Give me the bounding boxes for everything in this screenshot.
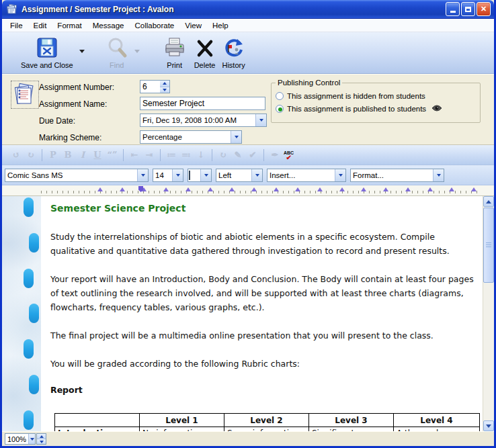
quote-icon[interactable]: “” <box>105 148 120 163</box>
save-floppy-icon <box>36 36 58 60</box>
assignment-name-label: Assignment Name: <box>39 99 107 109</box>
delete-button[interactable]: Delete <box>194 36 216 69</box>
menu-collaborate[interactable]: Collaborate <box>129 20 179 31</box>
insert-arrow[interactable] <box>335 169 345 181</box>
underline-icon[interactable]: U <box>90 148 105 163</box>
header-empty <box>55 414 140 427</box>
font-family-value: Comic Sans MS <box>5 171 137 179</box>
font-color-arrow[interactable] <box>200 169 211 181</box>
assignment-number-stepper[interactable] <box>140 80 170 93</box>
find-label: Find <box>110 61 124 69</box>
scroll-down-button[interactable] <box>483 420 494 431</box>
insert-dropdown[interactable]: Insert... <box>267 169 346 182</box>
font-size-dropdown[interactable]: 14 <box>153 169 183 182</box>
number-down-arrow[interactable] <box>160 87 169 93</box>
align-dropdown[interactable]: Left <box>216 169 263 182</box>
menu-view[interactable]: View <box>179 20 207 31</box>
editor-content[interactable]: Semester Science Project Study the inter… <box>41 196 483 431</box>
format-dropdown[interactable]: Format... <box>350 169 444 182</box>
menu-file[interactable]: File <box>5 20 28 31</box>
menu-format[interactable]: Format <box>52 20 87 31</box>
radio-hidden-option[interactable]: This assignment is hidden from students <box>276 89 476 102</box>
font-size-arrow[interactable] <box>172 169 183 181</box>
assignment-notes-icon <box>11 81 39 109</box>
format-value: Format... <box>351 171 433 179</box>
font-family-arrow[interactable] <box>137 169 148 181</box>
history-button[interactable]: History <box>222 36 245 69</box>
save-and-close-button[interactable]: Save and Close <box>21 36 73 69</box>
due-date-arrow[interactable] <box>255 114 266 126</box>
due-date-value: Fri, Dec 19, 2008 10:00 AM <box>140 116 255 124</box>
bold-icon[interactable]: B <box>60 148 75 163</box>
find-button[interactable]: Find <box>106 36 128 69</box>
save-dropdown-arrow[interactable] <box>77 39 87 63</box>
assignment-name-input[interactable] <box>140 97 265 110</box>
spellcheck-icon[interactable]: ABC ✔ <box>284 150 294 160</box>
radio-hidden[interactable] <box>276 92 284 100</box>
marking-scheme-dropdown[interactable]: Percentage <box>140 130 242 144</box>
font-toolbar: Comic Sans MS 14 Left Insert... Format..… <box>2 165 494 185</box>
print-label: Print <box>167 61 182 69</box>
document-title: Semester Science Project <box>50 203 477 214</box>
menu-message[interactable]: Message <box>87 20 130 31</box>
header-level-3: Level 3 <box>309 414 394 427</box>
zoom-down-arrow[interactable] <box>37 439 46 444</box>
zoom-dropdown[interactable]: 100% <box>5 433 36 445</box>
marking-scheme-arrow[interactable] <box>231 131 241 143</box>
print-button[interactable]: Print <box>163 36 186 69</box>
publishing-control-group: Publishing Control This assignment is hi… <box>271 79 481 123</box>
cell-level-2: Some information given as to what to exp… <box>224 427 309 432</box>
scrollbar-thumb[interactable] <box>483 208 494 283</box>
number-up-arrow[interactable] <box>160 81 169 87</box>
tab-stop-markers <box>97 187 477 191</box>
report-heading: Report <box>50 385 477 395</box>
font-color-dropdown[interactable] <box>188 169 212 182</box>
redo-icon[interactable]: ↻ <box>24 148 38 163</box>
vertical-scrollbar[interactable] <box>483 196 494 431</box>
table-row: Introduction No information given as to … <box>55 427 480 432</box>
radio-hidden-label: This assignment is hidden from students <box>287 92 425 100</box>
maximize-button[interactable] <box>461 2 475 16</box>
close-button[interactable]: ✕ <box>477 2 491 16</box>
menu-edit[interactable]: Edit <box>28 20 52 31</box>
numbered-list-icon[interactable]: ≕ <box>179 148 194 163</box>
formatting-toolbar: ↺ ↻ P B I U “” ⇤ ⇥ ≔ ≕ ↓ ↻ ✎ ✔ ✒ ABC ✔ <box>2 145 494 165</box>
paragraph: The final project will be a multimedia o… <box>50 328 477 343</box>
outdent-icon[interactable]: ⇤ <box>127 148 142 163</box>
font-size-value: 14 <box>153 171 172 179</box>
format-arrow[interactable] <box>433 169 444 181</box>
assignment-number-input[interactable] <box>140 80 160 93</box>
pencil-icon[interactable]: ✎ <box>231 148 245 163</box>
radio-published[interactable] <box>276 105 284 113</box>
zoom-arrow[interactable] <box>28 434 35 444</box>
main-toolbar: Save and Close Find <box>2 32 494 74</box>
printer-icon <box>163 36 186 60</box>
title-bar: Assignment / Semester Project : Avalon ✕ <box>2 0 494 19</box>
font-family-dropdown[interactable]: Comic Sans MS <box>5 169 149 182</box>
accept-changes-icon[interactable]: ✔ <box>245 148 260 163</box>
italic-icon[interactable]: I <box>75 148 90 163</box>
paragraph-icon[interactable]: P <box>46 148 60 163</box>
radio-published-label: This assignment is published to students <box>287 105 426 113</box>
find-dropdown-arrow <box>132 39 142 63</box>
minimize-button[interactable] <box>446 2 460 16</box>
refresh-icon[interactable]: ↻ <box>216 148 231 163</box>
bullet-list-icon[interactable]: ≔ <box>164 148 179 163</box>
publishing-control-legend: Publishing Control <box>276 79 342 87</box>
scrollbar-track[interactable] <box>483 283 494 420</box>
zoom-up-arrow[interactable] <box>37 434 46 439</box>
undo-icon[interactable]: ↺ <box>9 148 24 163</box>
app-window: Assignment / Semester Project : Avalon ✕… <box>0 0 496 448</box>
table-header-row: Level 1 Level 2 Level 3 Level 4 <box>55 414 480 427</box>
menu-help[interactable]: Help <box>207 20 234 31</box>
zoom-stepper[interactable] <box>36 433 46 445</box>
cell-level-4: A thorough introduction shows that the w… <box>394 427 480 432</box>
due-date-dropdown[interactable]: Fri, Dec 19, 2008 10:00 AM <box>140 114 267 127</box>
signature-icon[interactable]: ✒ <box>267 148 282 163</box>
zoom-value: 100% <box>5 435 28 443</box>
radio-published-option[interactable]: This assignment is published to students <box>276 102 476 115</box>
insert-below-icon[interactable]: ↓ <box>194 148 208 163</box>
align-arrow[interactable] <box>251 169 262 181</box>
indent-icon[interactable]: ⇥ <box>142 148 157 163</box>
scroll-up-button[interactable] <box>483 196 494 207</box>
